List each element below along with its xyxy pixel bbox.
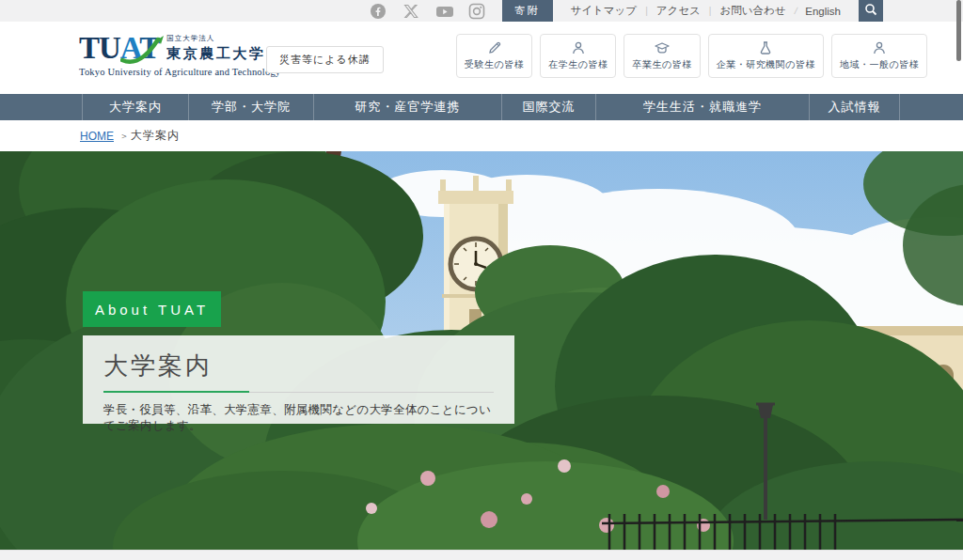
breadcrumb-home-link[interactable]: HOME [80,130,114,143]
logo-corporation: 国立大学法人 [166,34,265,43]
search-button[interactable] [859,0,883,22]
hero-panel: 大学案内 学長・役員等、沿革、大学憲章、附属機関などの大学全体のことについてご案… [83,335,514,424]
next-section-edge [0,550,963,560]
nav-international[interactable]: 国際交流 [501,94,595,120]
breadcrumb-current: 大学案内 [131,128,180,144]
title-underline [103,391,494,393]
class-cancellation-button[interactable]: 災害等による休講 [266,46,384,73]
audience-companies-research[interactable]: 企業・研究機関の皆様 [708,34,824,78]
audience-links: 受験生の皆様 在学生の皆様 卒業生の皆様 企業・研究機関の皆様 地域・一般の皆様 [456,34,927,78]
scrollbar-thumb[interactable] [956,0,961,61]
top-utility-bar: 寄附 サイトマップ | アクセス | お問い合わせ / English [0,0,963,22]
magnifier-icon [864,3,877,19]
university-logo[interactable]: TUAT 国立大学法人 東京農工大学 Tokyo University of A… [79,32,280,77]
flask-icon [758,40,773,55]
main-navigation: 大学案内 学部・大学院 研究・産官学連携 国際交流 学生生活・就職進学 入試情報 [0,94,963,120]
graduation-cap-icon [654,40,671,55]
site-header: TUAT 国立大学法人 東京農工大学 Tokyo University of A… [0,22,963,94]
nav-student-life[interactable]: 学生生活・就職進学 [595,94,809,120]
social-links [370,3,485,20]
page-title: 大学案内 [103,350,494,382]
contact-link[interactable]: お問い合わせ [711,4,794,18]
english-link[interactable]: English [797,6,849,17]
audience-alumni[interactable]: 卒業生の皆様 [624,34,700,78]
sitemap-link[interactable]: サイトマップ [562,4,646,18]
youtube-icon[interactable] [435,3,452,20]
nav-research[interactable]: 研究・産官学連携 [313,94,501,120]
person-icon [571,40,586,55]
person-icon [872,40,887,55]
pencil-icon [487,40,502,55]
nav-about[interactable]: 大学案内 [82,94,188,120]
logo-name-jp: 東京農工大学 [166,45,265,63]
breadcrumb-separator: ＞ [119,130,129,143]
audience-prospective-students[interactable]: 受験生の皆様 [456,34,532,78]
nav-faculties[interactable]: 学部・大学院 [188,94,313,120]
hero-tag: About TUAT [83,291,221,327]
nav-admissions[interactable]: 入試情報 [809,94,900,120]
logo-acronym: TUAT [79,32,159,64]
utility-links: サイトマップ | アクセス | お問い合わせ / English [562,4,850,18]
instagram-icon[interactable] [468,3,485,20]
logo-name-en: Tokyo University of Agriculture and Tech… [79,67,280,77]
access-link[interactable]: アクセス [648,4,709,18]
facebook-icon[interactable] [370,3,387,20]
audience-current-students[interactable]: 在学生の皆様 [540,34,616,78]
audience-community-general[interactable]: 地域・一般の皆様 [831,34,927,78]
breadcrumb: HOME ＞ 大学案内 [0,120,963,151]
donate-button[interactable]: 寄附 [502,0,553,22]
hero-section: About TUAT 大学案内 学長・役員等、沿革、大学憲章、附属機関などの大学… [0,151,963,550]
page-description: 学長・役員等、沿革、大学憲章、附属機関などの大学全体のことについてご案内します。 [103,402,494,434]
x-icon[interactable] [403,3,419,20]
